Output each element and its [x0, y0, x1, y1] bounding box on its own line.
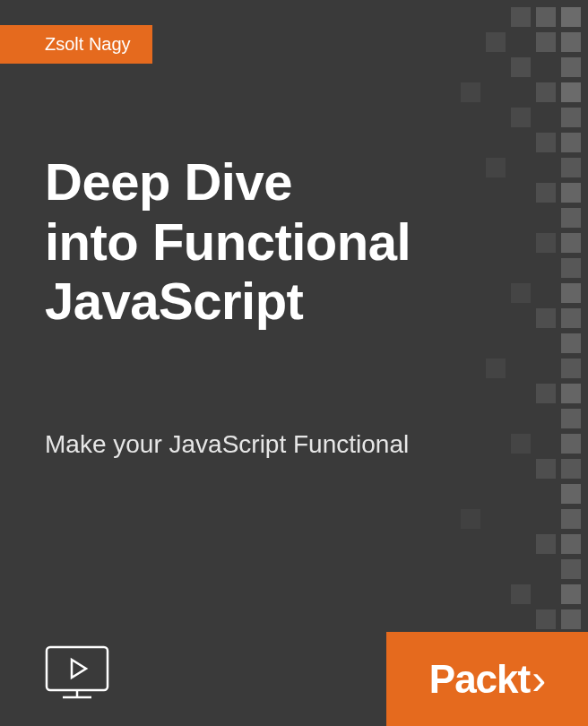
svg-marker-1: [72, 660, 86, 678]
cover-container: Zsolt Nagy Deep Dive into Functional Jav…: [0, 0, 588, 726]
author-name: Zsolt Nagy: [45, 34, 131, 54]
publisher-brand-block: Packt›: [386, 632, 588, 726]
title-line-3: JavaScript: [45, 272, 303, 330]
publisher-logo: Packt›: [429, 654, 545, 704]
svg-rect-0: [47, 647, 108, 690]
title-line-1: Deep Dive: [45, 152, 292, 211]
video-icon: [45, 645, 109, 701]
course-title: Deep Dive into Functional JavaScript: [45, 152, 411, 332]
author-badge: Zsolt Nagy: [0, 25, 152, 64]
course-subtitle: Make your JavaScript Functional: [45, 430, 409, 459]
chevron-right-icon: ›: [532, 654, 545, 704]
publisher-name: Packt: [429, 657, 530, 702]
title-line-2: into Functional: [45, 212, 411, 271]
decorative-pixel-pattern: [337, 0, 588, 726]
